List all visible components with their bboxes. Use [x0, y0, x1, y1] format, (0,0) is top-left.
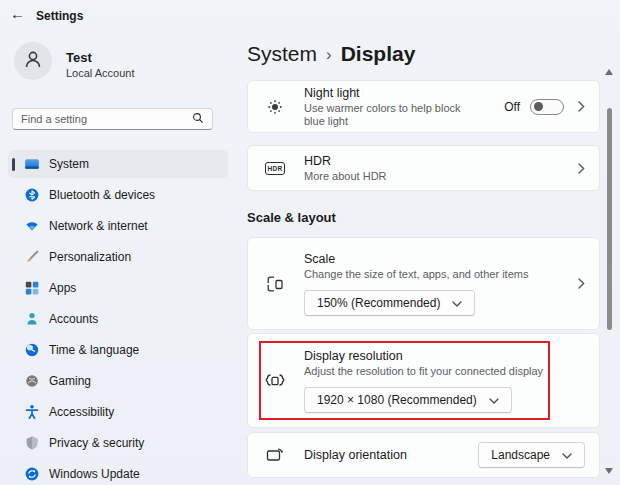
sidebar: System Bluetooth & devices Network & int… [8, 150, 228, 485]
privacy-security-icon [24, 435, 40, 451]
chevron-down-icon [452, 296, 462, 310]
search-input[interactable] [21, 113, 192, 125]
hdr-title: HDR [304, 154, 387, 168]
sidebar-item-accessibility[interactable]: Accessibility [8, 398, 228, 426]
sidebar-item-apps[interactable]: Apps [8, 274, 228, 302]
breadcrumb-system[interactable]: System [247, 42, 317, 66]
scrollbar-up-arrow-icon[interactable] [605, 69, 613, 75]
sidebar-item-accounts[interactable]: Accounts [8, 305, 228, 333]
profile-name: Test [66, 50, 92, 65]
person-icon [22, 48, 44, 74]
sidebar-item-privacy-security[interactable]: Privacy & security [8, 429, 228, 457]
display-orientation-dropdown[interactable]: Landscape [478, 442, 585, 468]
scale-icon [264, 274, 286, 294]
display-orientation-dropdown-value: Landscape [491, 448, 550, 462]
sidebar-item-gaming[interactable]: Gaming [8, 367, 228, 395]
night-light-description: Use warmer colors to help block blue lig… [304, 102, 467, 128]
display-resolution-card[interactable]: Display resolution Adjust the resolution… [247, 333, 600, 428]
chevron-right-icon[interactable] [578, 278, 585, 289]
bluetooth-icon [24, 187, 40, 203]
sidebar-item-label: Accounts [49, 312, 98, 326]
display-resolution-title: Display resolution [304, 349, 543, 363]
scrollbar-thumb[interactable] [607, 108, 612, 330]
sidebar-item-bluetooth-devices[interactable]: Bluetooth & devices [8, 181, 228, 209]
hdr-icon: HDR [264, 162, 286, 175]
windows-update-icon [24, 466, 40, 482]
night-light-icon [264, 97, 286, 117]
sidebar-item-time-language[interactable]: Time & language [8, 336, 228, 364]
breadcrumb: System › Display [247, 42, 415, 66]
accessibility-icon [24, 404, 40, 420]
night-light-title: Night light [304, 86, 467, 100]
system-icon [24, 156, 40, 172]
page-title: Display [341, 42, 416, 66]
back-icon[interactable]: ← [10, 5, 25, 22]
selected-indicator [12, 158, 15, 171]
sidebar-item-label: Time & language [49, 343, 139, 357]
display-resolution-description: Adjust the resolution to fit your connec… [304, 365, 543, 378]
sidebar-item-label: Bluetooth & devices [49, 188, 155, 202]
scale-card[interactable]: Scale Change the size of text, apps, and… [247, 237, 600, 330]
profile-account-type: Local Account [66, 67, 135, 79]
sidebar-item-personalization[interactable]: Personalization [8, 243, 228, 271]
sidebar-item-label: Gaming [49, 374, 91, 388]
sidebar-item-label: Apps [49, 281, 76, 295]
night-light-toggle[interactable] [530, 99, 564, 115]
scrollbar-down-arrow-icon[interactable] [605, 468, 613, 474]
chevron-right-icon[interactable] [578, 101, 585, 112]
chevron-right-icon[interactable] [578, 163, 585, 174]
display-orientation-card[interactable]: Display orientation Landscape [247, 432, 600, 478]
avatar[interactable] [14, 42, 52, 80]
sidebar-item-windows-update[interactable]: Windows Update [8, 460, 228, 485]
chevron-down-icon [489, 393, 499, 407]
sidebar-item-label: Personalization [49, 250, 131, 264]
breadcrumb-separator-icon: › [326, 44, 332, 65]
search-box[interactable] [12, 108, 213, 130]
display-resolution-dropdown-value: 1920 × 1080 (Recommended) [317, 393, 477, 407]
sidebar-item-network-internet[interactable]: Network & internet [8, 212, 228, 240]
window-title: Settings [36, 9, 83, 23]
hdr-subtitle: More about HDR [304, 170, 387, 183]
network-icon [24, 218, 40, 234]
toggle-knob [534, 102, 543, 111]
sidebar-item-system[interactable]: System [8, 150, 228, 178]
time-language-icon [24, 342, 40, 358]
display-orientation-title: Display orientation [304, 448, 407, 462]
sidebar-item-label: Network & internet [49, 219, 148, 233]
display-orientation-icon [264, 445, 286, 465]
section-header-scale-layout: Scale & layout [247, 210, 336, 225]
search-icon[interactable] [192, 110, 204, 128]
gaming-icon [24, 373, 40, 389]
scale-title: Scale [304, 252, 528, 266]
sidebar-item-label: Accessibility [49, 405, 114, 419]
hdr-card[interactable]: HDR HDR More about HDR [247, 145, 600, 191]
scale-dropdown[interactable]: 150% (Recommended) [304, 290, 475, 316]
night-light-card[interactable]: Night light Use warmer colors to help bl… [247, 80, 600, 133]
sidebar-item-label: System [49, 157, 89, 171]
personalization-icon [24, 249, 40, 265]
sidebar-item-label: Privacy & security [49, 436, 144, 450]
scale-description: Change the size of text, apps, and other… [304, 268, 528, 281]
chevron-down-icon [562, 448, 572, 462]
apps-icon [24, 280, 40, 296]
display-resolution-icon [264, 371, 286, 391]
accounts-icon [24, 311, 40, 327]
display-resolution-dropdown[interactable]: 1920 × 1080 (Recommended) [304, 387, 512, 413]
toggle-state-label: Off [504, 100, 520, 114]
sidebar-item-label: Windows Update [49, 467, 140, 481]
scale-dropdown-value: 150% (Recommended) [317, 296, 440, 310]
